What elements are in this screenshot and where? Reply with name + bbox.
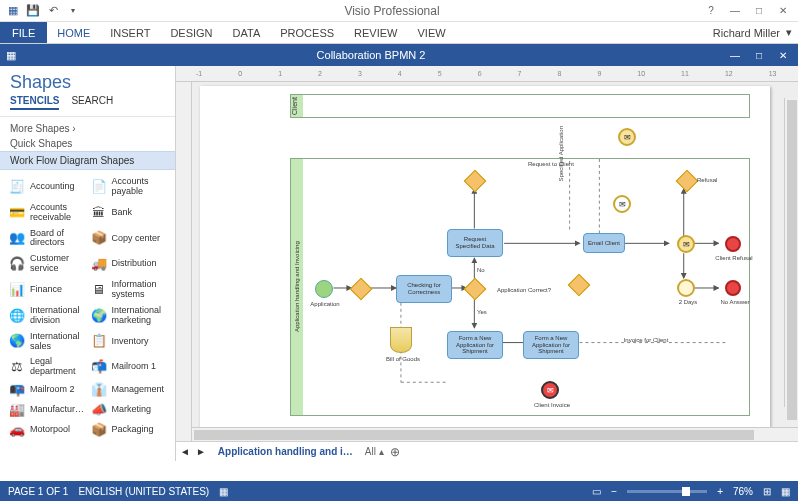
shape-item[interactable]: 📄Accounts payable [88,174,170,200]
gateway-1[interactable] [350,278,373,301]
shape-item[interactable]: 📊Finance [6,277,88,303]
label-invoice: Invoice for Client [611,337,681,344]
shape-icon: 🌎 [8,335,26,349]
end-client-refusal[interactable] [725,236,741,252]
shape-icon: 👥 [8,231,26,245]
zoom-level[interactable]: 76% [733,486,753,497]
canvas[interactable]: Client Application handling and Invoicin… [192,82,798,441]
client-lane[interactable]: Client [290,94,750,118]
tab-data[interactable]: DATA [223,22,271,43]
shape-item[interactable]: 👥Board of directors [6,226,88,252]
scrollbar-vertical[interactable] [784,98,798,407]
stencil-header[interactable]: Work Flow Diagram Shapes [0,151,175,170]
zoom-in[interactable]: + [717,486,723,497]
shape-item[interactable]: 📋Inventory [88,329,170,355]
msg-top[interactable]: ✉ [618,128,636,146]
more-shapes[interactable]: More Shapes › [0,117,175,136]
stencils-tab[interactable]: STENCILS [10,95,59,110]
shape-item[interactable]: 📦Copy center [88,226,170,252]
maximize-button[interactable]: □ [750,4,768,18]
gateway-correct[interactable] [464,278,487,301]
shape-item[interactable]: ⚖Legal department [6,354,88,380]
shape-item[interactable]: 👔Management [88,380,170,400]
doc-close[interactable]: ✕ [774,48,792,62]
shape-item[interactable]: 📦Packaging [88,420,170,440]
shape-icon: ⚖ [8,360,26,374]
close-button[interactable]: ✕ [774,4,792,18]
shape-item[interactable]: 🎧Customer service [6,251,88,277]
macro-icon[interactable]: ▦ [219,486,228,497]
data-bill[interactable] [390,327,412,353]
quick-shapes[interactable]: Quick Shapes [0,136,175,151]
shape-icon: 💳 [8,206,26,220]
switch-windows-icon[interactable]: ▦ [781,486,790,497]
shapes-panel: Shapes STENCILS SEARCH More Shapes › Qui… [0,66,176,461]
tab-insert[interactable]: INSERT [100,22,160,43]
shape-label: Bank [112,208,133,218]
sheet-all[interactable]: All ▴ [365,446,384,457]
start-event[interactable] [315,280,333,298]
gateway-refusal[interactable] [676,170,699,193]
end-no-answer[interactable] [725,280,741,296]
undo-button[interactable]: ↶ [44,2,62,20]
label-refusal: Refusal [697,177,717,184]
task-email[interactable]: Email Client [583,233,625,253]
search-tab[interactable]: SEARCH [71,95,113,110]
status-lang[interactable]: ENGLISH (UNITED STATES) [78,486,209,497]
application-pool[interactable]: Application handling and Invoicing [290,158,750,416]
file-tab[interactable]: FILE [0,22,47,43]
save-button[interactable]: 💾 [24,2,42,20]
shape-item[interactable]: 🏭Manufactur… [6,400,88,420]
zoom-out[interactable]: − [611,486,617,497]
collapse-ribbon-icon[interactable]: ▾ [786,26,792,39]
shape-icon: 📦 [90,231,108,245]
gateway-mid[interactable] [568,274,591,297]
sheet-nav-next[interactable]: ► [196,446,206,457]
shape-label: Legal department [30,357,86,377]
shape-item[interactable]: 🖥Information systems [88,277,170,303]
zoom-slider[interactable] [627,490,707,493]
sheet-nav-prev[interactable]: ◄ [180,446,190,457]
shape-item[interactable]: 💳Accounts receivable [6,200,88,226]
scrollbar-horizontal[interactable] [192,427,798,441]
shape-item[interactable]: 🏛Bank [88,200,170,226]
sheet-tab[interactable]: Application handling and i… [212,446,359,457]
task-form2[interactable]: Form a New Application for Shipment [523,331,579,359]
doc-restore[interactable]: □ [750,48,768,62]
label-no: No [477,267,485,274]
task-check[interactable]: Checking for Correctness [396,275,452,303]
shape-item[interactable]: 🌍International marketing [88,303,170,329]
tab-view[interactable]: VIEW [407,22,455,43]
shape-item[interactable]: 🧾Accounting [6,174,88,200]
task-form1[interactable]: Form a New Application for Shipment [447,331,503,359]
drawing-page[interactable]: Client Application handling and Invoicin… [200,86,770,428]
message-catch[interactable]: ✉ [613,195,631,213]
tab-design[interactable]: DESIGN [160,22,222,43]
shape-item[interactable]: 📭Mailroom 2 [6,380,88,400]
task-request[interactable]: Request Specified Data [447,229,503,257]
gw-label: Application Correct? [489,287,559,294]
shape-item[interactable]: 🚚Distribution [88,251,170,277]
minimize-button[interactable]: — [726,4,744,18]
shape-item[interactable]: 📬Mailroom 1 [88,354,170,380]
tab-home[interactable]: HOME [47,22,100,43]
tab-process[interactable]: PROCESS [270,22,344,43]
shape-item[interactable]: 🌐International division [6,303,88,329]
message-event[interactable]: ✉ [677,235,695,253]
end-client-invoice[interactable]: ✉ [541,381,559,399]
shape-icon: 📣 [90,403,108,417]
shape-item[interactable]: 📣Marketing [88,400,170,420]
user-name[interactable]: Richard Miller [713,27,780,39]
help-icon[interactable]: ? [702,4,720,18]
shape-item[interactable]: 🌎International sales [6,329,88,355]
timer-event[interactable] [677,279,695,297]
visio-icon[interactable]: ▦ [4,2,22,20]
gateway-top[interactable] [464,170,487,193]
sheet-add[interactable]: ⊕ [390,445,400,459]
shape-item[interactable]: 🚗Motorpool [6,420,88,440]
doc-minimize[interactable]: — [726,48,744,62]
redo-button[interactable]: ▾ [64,2,82,20]
fit-window-icon[interactable]: ⊞ [763,486,771,497]
presentation-icon[interactable]: ▭ [592,486,601,497]
tab-review[interactable]: REVIEW [344,22,407,43]
